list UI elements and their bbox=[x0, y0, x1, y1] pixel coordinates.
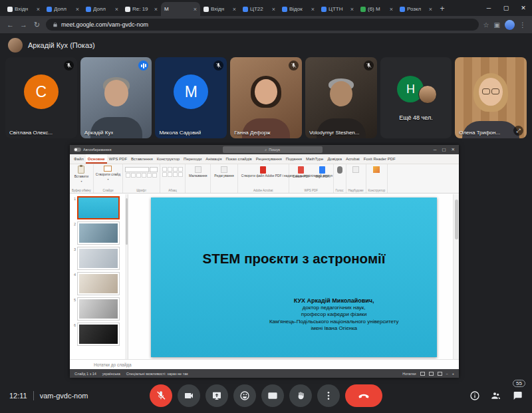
browser-tab[interactable]: Вхідн bbox=[200, 2, 239, 16]
browser-tab[interactable]: (6) M bbox=[357, 2, 396, 16]
tab-close-icon[interactable] bbox=[350, 6, 354, 13]
sign-pdf-button[interactable]: Sign PDF bbox=[314, 166, 331, 179]
current-slide[interactable]: STEM проєкти з астрономії КУХ Аркадій Ми… bbox=[151, 198, 437, 357]
participant-tile[interactable]: Аркадій Кух bbox=[80, 57, 152, 138]
ppt-close-button[interactable]: ✕ bbox=[452, 147, 455, 152]
tab-close-icon[interactable] bbox=[115, 6, 118, 13]
italic-button[interactable] bbox=[131, 173, 136, 178]
ribbon-tab[interactable]: Acrobat bbox=[344, 154, 362, 164]
tab-close-icon[interactable] bbox=[233, 6, 236, 13]
participant-tile[interactable]: Олена Трифон... bbox=[455, 57, 527, 138]
create-pdf-button[interactable]: Create PDF bbox=[291, 166, 311, 179]
tab-close-icon[interactable] bbox=[194, 6, 197, 13]
paste-button[interactable]: Вставити bbox=[74, 166, 88, 183]
new-slide-button[interactable]: Створити слайд bbox=[96, 166, 120, 181]
overflow-participants-tile[interactable]: H Ещё 48 чел. bbox=[380, 57, 452, 138]
ribbon-tab[interactable]: Переходи bbox=[182, 154, 203, 164]
slide-thumbnail[interactable]: 1 bbox=[71, 196, 126, 219]
participant-tile[interactable]: Volodymyr Steshen... bbox=[305, 57, 377, 138]
slide-canvas[interactable]: STEM проєкти з астрономії КУХ Аркадій Ми… bbox=[128, 194, 459, 359]
ribbon-tab-file[interactable]: Файл bbox=[72, 154, 86, 164]
browser-tab[interactable]: Допл bbox=[43, 2, 82, 16]
underline-button[interactable] bbox=[136, 173, 141, 178]
justify-button[interactable] bbox=[178, 172, 183, 177]
end-call-button[interactable] bbox=[345, 384, 382, 407]
browser-tab[interactable]: ЦТ22 bbox=[239, 2, 279, 16]
ppt-search-box[interactable]: ⌕Пошук bbox=[223, 146, 323, 153]
ribbon-tab[interactable]: Рецензування bbox=[254, 154, 284, 164]
extensions-icon[interactable]: ▣ bbox=[494, 21, 500, 29]
slide-thumbnail[interactable]: 3 bbox=[71, 247, 126, 270]
numbering-button[interactable] bbox=[168, 167, 172, 172]
thumbnail-scrollbar[interactable] bbox=[125, 194, 128, 359]
accessibility-status[interactable]: Спеціальні можливості: зараз не так bbox=[126, 372, 188, 376]
ribbon-tab[interactable]: Вставлення bbox=[129, 154, 155, 164]
tab-close-icon[interactable] bbox=[37, 6, 40, 13]
camera-toggle-button[interactable] bbox=[178, 384, 200, 407]
more-options-button[interactable] bbox=[317, 384, 340, 407]
expand-tile-icon[interactable] bbox=[513, 126, 523, 136]
language-indicator[interactable]: українська bbox=[102, 372, 120, 376]
participant-tile[interactable]: С Світлана Олекс... bbox=[5, 57, 77, 138]
tab-close-icon[interactable] bbox=[272, 6, 275, 13]
ribbon-tab[interactable]: Довідка bbox=[325, 154, 344, 164]
indent-button[interactable] bbox=[173, 167, 178, 172]
align-center-button[interactable] bbox=[168, 172, 172, 177]
profile-avatar[interactable] bbox=[505, 20, 515, 30]
font-name-box[interactable] bbox=[125, 167, 149, 172]
participant-tile[interactable]: М Микола Садовий bbox=[155, 57, 227, 138]
drawing-button[interactable]: Малювання bbox=[188, 166, 208, 179]
tab-close-icon[interactable] bbox=[390, 6, 393, 13]
notes-pane[interactable]: Нотатки до слайда bbox=[70, 359, 459, 369]
slide-sorter-icon[interactable] bbox=[429, 372, 434, 376]
browser-tab[interactable]: Re: 19 bbox=[122, 2, 161, 16]
participant-tile[interactable]: Ганна Дефорж bbox=[230, 57, 302, 138]
browser-tab[interactable]: ЦТТН bbox=[318, 2, 357, 16]
forward-icon[interactable]: → bbox=[19, 21, 28, 29]
ribbon-tab[interactable]: Foxit Reader PDF bbox=[362, 154, 398, 164]
present-screen-button[interactable] bbox=[205, 384, 228, 407]
browser-menu-icon[interactable]: ⋮ bbox=[519, 21, 526, 29]
slideshow-icon[interactable] bbox=[438, 372, 442, 376]
address-bar[interactable]: meet.google.com/vam-gvdc-nom bbox=[46, 19, 479, 31]
tab-close-icon[interactable] bbox=[429, 6, 432, 13]
close-button[interactable]: ✕ bbox=[515, 0, 532, 16]
autosave-toggle[interactable]: Автозбереження bbox=[74, 148, 111, 152]
reload-icon[interactable]: ↻ bbox=[33, 21, 41, 29]
minimize-button[interactable]: ─ bbox=[480, 0, 497, 16]
tab-close-icon[interactable] bbox=[76, 6, 79, 13]
addins-button[interactable] bbox=[351, 166, 360, 174]
strikethrough-button[interactable] bbox=[142, 173, 146, 178]
tab-close-icon[interactable] bbox=[311, 6, 315, 13]
ppt-minimize-button[interactable]: ─ bbox=[434, 147, 437, 152]
font-color-button[interactable] bbox=[152, 173, 157, 178]
normal-view-icon[interactable] bbox=[420, 372, 425, 376]
shadow-button[interactable] bbox=[147, 173, 152, 178]
slide-thumbnail[interactable]: 5 bbox=[71, 297, 126, 321]
bullets-button[interactable] bbox=[162, 167, 167, 172]
browser-tab[interactable]: Вхідн bbox=[4, 2, 43, 16]
reactions-button[interactable] bbox=[233, 384, 256, 407]
back-icon[interactable]: ← bbox=[6, 21, 15, 29]
slide-thumbnail[interactable]: 6 bbox=[71, 323, 126, 346]
ppt-maximize-button[interactable]: ▢ bbox=[442, 147, 446, 152]
ribbon-tab-home[interactable]: Основне bbox=[86, 154, 107, 164]
new-tab-button[interactable] bbox=[436, 2, 449, 15]
participants-icon[interactable] bbox=[491, 390, 501, 401]
meeting-info-icon[interactable] bbox=[469, 390, 480, 401]
align-left-button[interactable] bbox=[162, 172, 167, 177]
tab-close-icon[interactable] bbox=[154, 6, 158, 13]
align-right-button[interactable] bbox=[173, 172, 178, 177]
ribbon-tab[interactable]: Анімація bbox=[203, 154, 223, 164]
browser-tab[interactable]: Відок bbox=[279, 2, 318, 16]
browser-tab[interactable]: Розкл bbox=[396, 2, 436, 16]
designer-button[interactable] bbox=[372, 166, 381, 174]
bookmark-star-icon[interactable]: ☆ bbox=[483, 21, 489, 29]
ribbon-tab[interactable]: Конструктор bbox=[155, 154, 182, 164]
browser-tab[interactable]: Допл bbox=[82, 2, 122, 16]
captions-button[interactable] bbox=[261, 384, 284, 407]
chat-icon[interactable] bbox=[512, 390, 523, 401]
ribbon-tab[interactable]: Показ слайдів bbox=[223, 154, 253, 164]
browser-tab-active-meet[interactable]: M bbox=[161, 2, 200, 16]
editing-button[interactable]: Редагування bbox=[213, 166, 235, 179]
